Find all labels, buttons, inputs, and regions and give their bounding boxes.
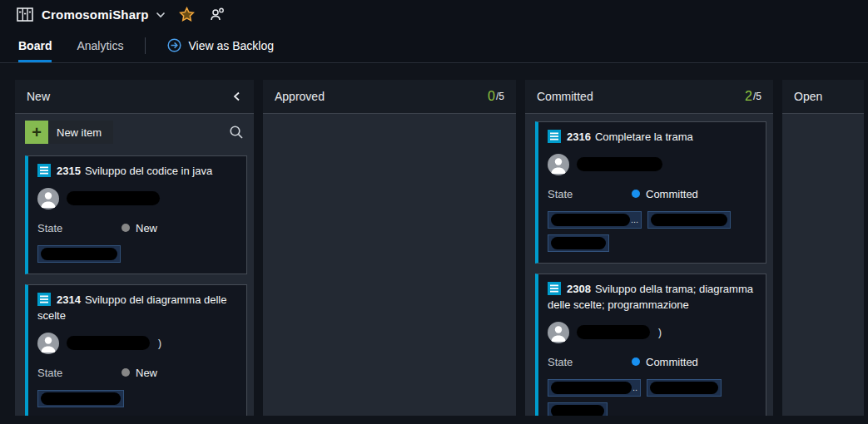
assignee-row[interactable] <box>37 188 237 210</box>
board-tab-bar: Board Analytics View as Backlog <box>0 28 868 63</box>
state-value: New <box>136 367 157 379</box>
column-new: New + New item <box>15 80 254 416</box>
state-dot-new <box>122 368 130 377</box>
state-row: State New <box>37 222 237 234</box>
column-committed-body: 2316Completare la trama State Committed … <box>525 113 773 416</box>
column-approved-body <box>263 113 516 416</box>
state-dot-committed <box>632 190 640 198</box>
column-approved: Approved 0 /5 <box>263 80 516 416</box>
column-approved-header: Approved 0 /5 <box>263 80 516 113</box>
work-item-id[interactable]: 2308 <box>567 283 591 295</box>
state-row: State New <box>37 367 237 379</box>
tag-remnant: .. <box>632 382 637 392</box>
new-item-button[interactable]: + New item <box>25 121 113 144</box>
pbi-work-item-icon <box>37 293 51 306</box>
state-dot-new <box>122 224 130 232</box>
pbi-work-item-icon <box>37 164 51 177</box>
assignee-row[interactable]: ) <box>37 333 237 354</box>
assignee-row[interactable] <box>548 154 756 175</box>
column-committed-wip-limit: /5 <box>753 91 761 102</box>
state-dot-committed <box>632 357 640 366</box>
tab-analytics-label: Analytics <box>77 39 123 52</box>
card-title: 2308Sviluppo della trama; diagramma dell… <box>548 282 756 313</box>
redacted-tag[interactable] <box>548 234 609 252</box>
column-approved-count: 0 <box>488 89 495 104</box>
kanban-board: New + New item <box>0 64 868 424</box>
avatar <box>548 154 569 175</box>
state-label: State <box>548 356 632 368</box>
column-committed-count: 2 <box>745 89 752 104</box>
state-value: Committed <box>646 188 698 200</box>
tag-list <box>37 390 237 407</box>
column-new-body: + New item 2315Sviluppo del codice in ja… <box>15 113 254 416</box>
redaction-remnant: ) <box>158 338 161 349</box>
work-item-card-2316[interactable]: 2316Completare la trama State Committed … <box>535 121 766 264</box>
favorite-star-icon[interactable] <box>179 7 195 22</box>
card-title: 2316Completare la trama <box>548 130 756 145</box>
work-item-title[interactable]: Completare la trama <box>595 131 693 143</box>
redacted-assignee-name <box>577 157 662 171</box>
column-open-body <box>782 113 864 416</box>
project-switcher-chevron-down-icon[interactable] <box>156 12 166 18</box>
redacted-tag[interactable] <box>37 390 124 407</box>
search-icon[interactable] <box>229 125 244 140</box>
state-label: State <box>37 222 122 234</box>
state-row: State Committed <box>548 188 756 200</box>
card-title: 2315Sviluppo del codice in java <box>37 164 237 180</box>
redacted-assignee-name <box>67 191 160 205</box>
backlog-arrow-circle-icon <box>167 38 181 52</box>
column-committed: Committed 2 /5 2316Completare la trama <box>525 80 773 416</box>
column-new-header: New <box>15 80 254 113</box>
avatar <box>37 188 59 210</box>
board-bottom-gutter <box>0 416 868 424</box>
tag-list: ... <box>548 211 756 252</box>
column-new-title: New <box>27 90 50 103</box>
avatar <box>548 322 569 343</box>
collapse-column-chevron-left-icon[interactable] <box>231 90 242 103</box>
redaction-remnant: ) <box>658 327 662 338</box>
tag-remnant: ... <box>631 214 638 224</box>
project-board-icon <box>17 7 33 22</box>
plus-icon: + <box>25 121 48 144</box>
tag-list: .. <box>548 379 756 416</box>
state-label: State <box>37 367 122 379</box>
column-committed-header: Committed 2 /5 <box>525 80 773 113</box>
column-open-title: Open <box>794 90 822 103</box>
redacted-tag[interactable]: .. <box>548 379 641 397</box>
team-members-icon[interactable] <box>210 7 225 22</box>
work-item-title[interactable]: Sviluppo del codice in java <box>85 165 212 177</box>
pbi-work-item-icon <box>548 282 561 295</box>
assignee-row[interactable]: ) <box>548 322 756 343</box>
pbi-work-item-icon <box>548 130 561 143</box>
redacted-tag[interactable] <box>647 379 722 397</box>
column-committed-title: Committed <box>537 90 593 103</box>
work-item-card-2315[interactable]: 2315Sviluppo del codice in java State Ne… <box>25 155 247 274</box>
redacted-tag[interactable]: ... <box>548 211 642 229</box>
redacted-tag[interactable] <box>647 211 731 229</box>
work-item-card-2314[interactable]: 2314Sviluppo del diagramma delle scelte … <box>25 284 247 416</box>
redacted-assignee-name <box>67 336 150 350</box>
state-value: New <box>136 222 157 234</box>
tag-list <box>37 245 237 263</box>
title-bar: CromosomiSharp <box>0 0 868 28</box>
redacted-tag[interactable] <box>548 402 608 416</box>
tabbar-divider <box>145 37 146 54</box>
redacted-tag[interactable] <box>37 245 121 263</box>
card-title: 2314Sviluppo del diagramma delle scelte <box>37 293 237 324</box>
view-as-backlog-button[interactable]: View as Backlog <box>167 28 273 62</box>
project-name[interactable]: CromosomiSharp <box>42 7 149 22</box>
tab-analytics[interactable]: Analytics <box>77 28 123 62</box>
work-item-id[interactable]: 2315 <box>57 165 81 177</box>
redacted-assignee-name <box>577 325 650 339</box>
avatar <box>37 333 59 354</box>
column-open-header: Open <box>782 80 864 113</box>
work-item-card-2308[interactable]: 2308Sviluppo della trama; diagramma dell… <box>535 274 766 416</box>
tab-board[interactable]: Board <box>18 28 52 62</box>
state-value: Committed <box>646 356 698 368</box>
column-open: Open <box>782 80 864 416</box>
new-item-label: New item <box>57 126 102 139</box>
work-item-id[interactable]: 2314 <box>57 293 81 306</box>
column-approved-wip-limit: /5 <box>496 91 504 102</box>
state-row: State Committed <box>548 356 756 368</box>
work-item-id[interactable]: 2316 <box>567 131 591 143</box>
